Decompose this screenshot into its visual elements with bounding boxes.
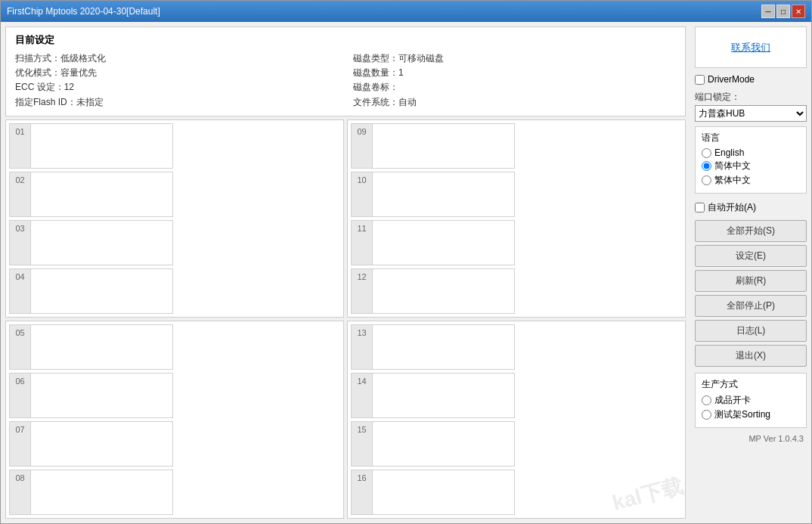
language-title: 语言 [702,132,800,144]
disk-count: 磁盘数量：1 [353,66,676,80]
action-buttons: 全部开始(S) 设定(E) 刷新(R) 全部停止(P) 日志(L) 退出(X) [695,220,807,367]
slots-bottom-row: 05 06 07 [5,321,686,519]
slot-03-number: 03 [10,221,31,265]
disk-type: 磁盘类型：可移动磁盘 [353,51,676,66]
start-all-button[interactable]: 全部开始(S) [695,220,807,242]
minimize-button[interactable]: ─ [761,5,775,18]
slot-15-content [373,422,514,466]
language-english-radio[interactable] [702,148,711,158]
slots-container: 01 02 03 [5,119,686,519]
slot-05[interactable]: 05 [9,324,173,370]
settings-grid: 扫描方式：低级格式化 优化模式：容量优先 ECC 设定：12 指定Flash I… [15,51,676,110]
slot-05-number: 05 [10,325,31,369]
port-lock-section: 端口锁定： 力普森HUB 其他HUB [695,91,807,122]
language-simplified-label: 简体中文 [714,160,751,172]
slot-16-number: 16 [352,470,373,514]
slot-04-number: 04 [10,269,31,313]
language-traditional-radio[interactable] [702,175,711,185]
auto-start-checkbox[interactable] [695,203,705,212]
production-finished-label: 成品开卡 [714,394,751,407]
port-lock-label: 端口锁定： [695,91,807,104]
slot-16-content [373,470,514,514]
window-controls: ─ □ ✕ [761,5,805,18]
content-area: 目前设定 扫描方式：低级格式化 优化模式：容量优先 ECC 设定：12 指定Fl… [1,22,811,523]
slot-11[interactable]: 11 [351,220,515,265]
production-title: 生产方式 [702,378,800,391]
slot-13[interactable]: 13 [351,324,515,370]
slot-07-number: 07 [10,422,31,466]
language-english-label: English [714,147,744,158]
slot-03[interactable]: 03 [9,220,173,265]
production-test-radio[interactable] [702,410,711,420]
production-test-option: 测试架Sorting [702,408,800,421]
slot-12[interactable]: 12 [351,268,515,314]
slot-02-number: 02 [10,172,31,216]
slot-08[interactable]: 08 [9,470,173,515]
contact-button[interactable]: 联系我们 [695,26,807,68]
close-button[interactable]: ✕ [792,5,805,18]
slot-12-content [373,269,514,313]
production-test-label: 测试架Sorting [714,408,770,421]
settings-left: 扫描方式：低级格式化 优化模式：容量优先 ECC 设定：12 指定Flash I… [15,51,338,110]
slots-top-row: 01 02 03 [5,119,686,318]
language-simplified-radio[interactable] [702,161,711,171]
version-text: MP Ver 1.0.4.3 [695,433,807,445]
slot-15[interactable]: 15 [351,421,515,467]
flash-id: 指定Flash ID：未指定 [15,95,338,110]
production-finished-radio[interactable] [702,395,711,405]
slot-10[interactable]: 10 [351,172,515,217]
slot-01[interactable]: 01 [9,123,173,169]
slot-14-content [373,374,514,417]
auto-start-label: 自动开始(A) [708,201,756,214]
slots-group-bottom-right: 13 14 15 [347,321,686,519]
slot-16[interactable]: 16 [351,470,515,515]
slot-10-content [373,172,514,216]
slot-10-number: 10 [352,172,373,216]
slot-02[interactable]: 02 [9,172,173,217]
slot-12-number: 12 [352,269,373,313]
hub-select[interactable]: 力普森HUB 其他HUB [695,105,807,122]
window-title: FirstChip Mptools 2020-04-30[Default] [7,6,761,17]
refresh-button[interactable]: 刷新(R) [695,270,807,292]
slot-06-number: 06 [10,374,31,417]
language-traditional-option: 繁体中文 [702,174,800,187]
language-group: 语言 English 简体中文 繁体中文 [695,126,807,194]
stop-all-button[interactable]: 全部停止(P) [695,295,807,317]
slot-01-number: 01 [10,124,31,168]
main-window: FirstChip Mptools 2020-04-30[Default] ─ … [0,0,812,524]
driver-mode-label: DriverMode [708,74,755,85]
slot-09-number: 09 [352,124,373,168]
slot-02-content [31,172,172,216]
file-system: 文件系统：自动 [353,95,676,110]
slot-09[interactable]: 09 [351,123,515,169]
slots-group-top-left: 01 02 03 [5,119,344,318]
driver-mode-checkbox[interactable] [695,75,705,85]
slot-13-number: 13 [352,325,373,369]
slot-07[interactable]: 07 [9,421,173,467]
slot-14[interactable]: 14 [351,373,515,418]
language-traditional-label: 繁体中文 [714,174,751,187]
slots-group-bottom-left: 05 06 07 [5,321,344,519]
settings-button[interactable]: 设定(E) [695,245,807,267]
title-bar: FirstChip Mptools 2020-04-30[Default] ─ … [1,1,811,22]
auto-start-row: 自动开始(A) [695,200,807,215]
slot-06-content [31,374,172,417]
slot-04[interactable]: 04 [9,268,173,314]
settings-panel: 目前设定 扫描方式：低级格式化 优化模式：容量优先 ECC 设定：12 指定Fl… [5,26,686,116]
driver-mode-row: DriverMode [695,73,807,86]
slot-09-content [373,124,514,168]
disk-label: 磁盘卷标： [353,80,676,95]
language-simplified-option: 简体中文 [702,160,800,172]
slot-13-content [373,325,514,369]
sidebar: 联系我们 DriverMode 端口锁定： 力普森HUB 其他HUB 语言 [690,22,811,523]
slots-group-top-right: 09 10 11 [347,119,686,318]
production-group: 生产方式 成品开卡 测试架Sorting [695,373,807,428]
slot-14-number: 14 [352,374,373,417]
exit-button[interactable]: 退出(X) [695,345,807,367]
log-button[interactable]: 日志(L) [695,320,807,342]
maximize-button[interactable]: □ [776,5,790,18]
slot-11-number: 11 [352,221,373,265]
slot-03-content [31,221,172,265]
slot-06[interactable]: 06 [9,373,173,418]
slot-08-number: 08 [10,470,31,514]
